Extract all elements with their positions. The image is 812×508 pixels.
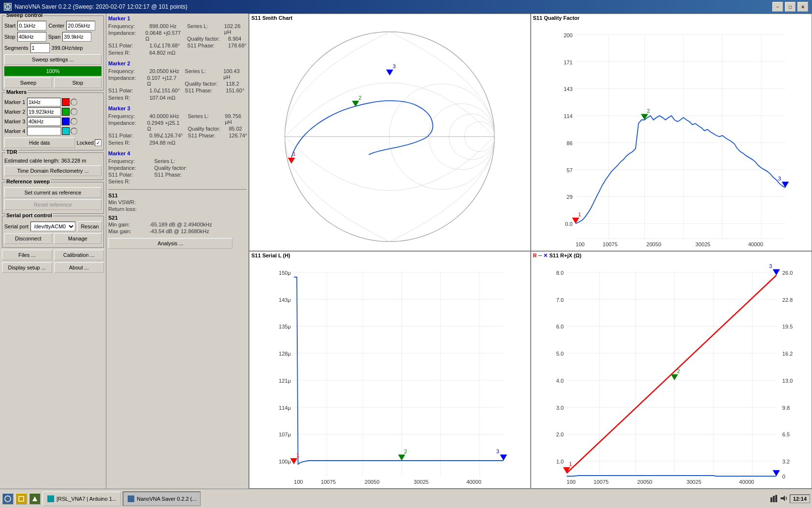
- svg-text:40000: 40000: [466, 479, 481, 485]
- port-select[interactable]: /dev/ttyACM0: [30, 222, 75, 231]
- ripj-sep: ─: [538, 253, 544, 258]
- m2-sl-val: 100.43 μH: [223, 68, 246, 80]
- svg-text:30025: 30025: [695, 241, 710, 247]
- marker3-info: Marker 3 Frequency:40.0000 kHz Impedance…: [108, 105, 246, 147]
- m3-polar-key: S11 Polar:: [108, 133, 149, 139]
- marker4-color[interactable]: [62, 127, 70, 135]
- sweep-btn[interactable]: Sweep: [4, 77, 52, 88]
- marker2-radio[interactable]: [71, 108, 77, 115]
- start-icon[interactable]: [2, 493, 14, 505]
- window-title: NanoVNA Saver 0.2.2 (Sweep: 2020-02-07 1…: [14, 3, 188, 10]
- stop-btn[interactable]: Stop: [54, 77, 102, 88]
- manage-btn[interactable]: Manage: [54, 233, 102, 244]
- marker4-radio[interactable]: [71, 128, 77, 134]
- svg-rect-131: [773, 496, 775, 502]
- m1-phase-val: 178.68°: [228, 43, 246, 48]
- files-btn[interactable]: Files ...: [2, 250, 52, 260]
- span-input[interactable]: [62, 32, 91, 42]
- tdr-btn[interactable]: Time Domain Reflectometry ...: [4, 165, 102, 176]
- marker2-info-title: Marker 2: [108, 60, 246, 66]
- disconnect-btn[interactable]: Disconnect: [4, 233, 52, 244]
- svg-marker-133: [781, 495, 785, 501]
- taskbar-clock: 12:14: [790, 494, 810, 503]
- about-btn[interactable]: About ...: [54, 262, 104, 273]
- svg-text:121μ: 121μ: [279, 378, 291, 384]
- marker1-color[interactable]: [62, 98, 70, 106]
- bottom-buttons: Files ... Calibration ... Display setup …: [2, 250, 104, 273]
- svg-text:29: 29: [566, 194, 572, 200]
- taskbar-nanovna[interactable]: NanoVNA Saver 0.2.2 (...: [123, 492, 201, 506]
- display-btn[interactable]: Display setup ...: [2, 262, 52, 273]
- marker4-label: Marker 4: [4, 128, 26, 134]
- segments-input[interactable]: [30, 43, 50, 53]
- progress-bar: 100%: [4, 66, 102, 76]
- set-reference-btn[interactable]: Set current as reference: [4, 187, 102, 198]
- reset-reference-btn[interactable]: Reset reference: [4, 199, 102, 210]
- svg-rect-130: [770, 497, 772, 502]
- svg-text:1.0: 1.0: [556, 459, 564, 464]
- m2-freq-key: Frequency:: [108, 68, 149, 74]
- taskbar-icon-3[interactable]: [29, 493, 41, 505]
- marker-row-4: Marker 4: [4, 127, 102, 135]
- center-input[interactable]: [66, 21, 95, 30]
- marker1-input[interactable]: [27, 98, 61, 106]
- close-btn[interactable]: ✕: [798, 2, 808, 12]
- svg-text:114: 114: [564, 113, 573, 119]
- svg-text:6.0: 6.0: [556, 324, 564, 329]
- locked-checkbox[interactable]: ✓: [95, 139, 102, 146]
- svg-text:30025: 30025: [414, 479, 429, 485]
- markers-group: Markers Marker 1 Marker 2 Marker 3: [2, 92, 104, 150]
- taskbar: [RSL_VNA7 | Arduino 1... NanoVNA Saver 0…: [0, 489, 812, 508]
- stop-input[interactable]: [17, 32, 46, 42]
- hide-data-btn[interactable]: Hide data: [4, 137, 75, 148]
- svg-text:2: 2: [404, 448, 407, 454]
- r-label: R: [533, 253, 537, 258]
- m3-sl-key: Series L:: [188, 113, 225, 125]
- marker1-radio[interactable]: [71, 99, 77, 105]
- svg-text:0.0: 0.0: [565, 221, 573, 227]
- m3-qf-val: 85.02: [229, 126, 242, 132]
- marker3-color[interactable]: [62, 118, 70, 125]
- min-vswr-label: Min VSWR:: [108, 199, 149, 205]
- marker2-color[interactable]: [62, 108, 70, 116]
- s21-title: S21: [108, 215, 246, 221]
- start-input[interactable]: [17, 21, 46, 30]
- calibration-btn[interactable]: Calibration ...: [54, 250, 104, 260]
- max-gain-val: -43.54 dB @ 12.8680kHz: [149, 228, 209, 234]
- svg-rect-128: [19, 496, 24, 501]
- svg-text:26.0: 26.0: [782, 270, 793, 276]
- segments-label: Segments: [4, 45, 29, 51]
- m4-phase-key: S11 Phase:: [154, 172, 195, 178]
- svg-text:1: 1: [569, 461, 572, 467]
- start-area: [2, 493, 41, 505]
- rescan-btn[interactable]: Rescan: [77, 221, 102, 232]
- m2-sl-key: Series L:: [185, 68, 223, 80]
- m2-qf-key: Quality factor:: [185, 81, 226, 87]
- smith-chart-inner: 1 2 3: [249, 23, 530, 251]
- sweep-settings-btn[interactable]: Sweep settings ...: [4, 54, 102, 65]
- m1-imp-val: 0.0648 +j0.577 Ω: [145, 30, 182, 42]
- analysis-btn[interactable]: Analysis ...: [108, 238, 232, 249]
- taskbar-icon-2[interactable]: [15, 493, 27, 505]
- m2-sr-key: Series R:: [108, 95, 149, 101]
- ripj-chart-panel: R ─ ✕ S11 R+jX (Ω): [531, 251, 812, 489]
- svg-text:128μ: 128μ: [279, 351, 291, 357]
- m1-sl-key: Series L:: [187, 23, 224, 35]
- quality-chart-panel: S11 Quality Factor: [531, 14, 812, 251]
- svg-text:1: 1: [296, 452, 299, 458]
- svg-text:107μ: 107μ: [279, 432, 291, 437]
- maximize-btn[interactable]: □: [785, 2, 796, 12]
- svg-text:6.5: 6.5: [782, 432, 790, 437]
- locked-area: Locked ✓: [77, 137, 102, 148]
- marker3-radio[interactable]: [71, 118, 77, 125]
- sweep-control-group: Sweep control Start Center Stop Span Seg…: [2, 15, 104, 90]
- svg-text:10075: 10075: [602, 241, 617, 247]
- smith-chart-title: S11 Smith Chart: [249, 14, 294, 22]
- taskbar-arduino[interactable]: [RSL_VNA7 | Arduino 1...: [43, 492, 121, 506]
- marker4-input[interactable]: [27, 127, 61, 135]
- marker2-input[interactable]: [27, 107, 61, 116]
- step-value: 399.0Hz/step: [52, 45, 83, 51]
- marker3-input[interactable]: [27, 117, 61, 126]
- svg-text:150μ: 150μ: [279, 270, 291, 276]
- minimize-btn[interactable]: −: [772, 2, 783, 12]
